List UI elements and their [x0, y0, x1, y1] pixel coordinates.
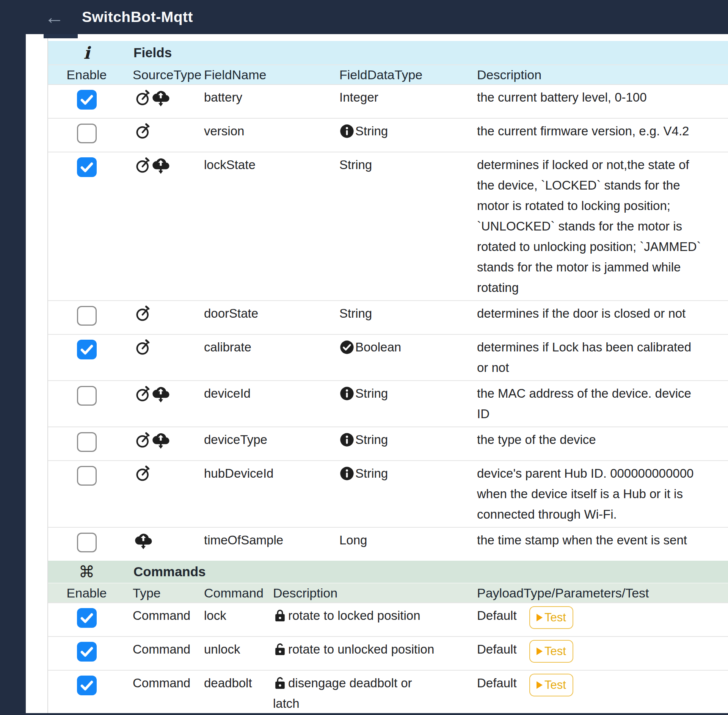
field-name: version — [190, 121, 326, 141]
play-icon — [537, 681, 543, 689]
command-name: lock — [201, 605, 273, 626]
field-name: doorState — [190, 303, 326, 324]
field-description: the time stamp when the event is sent — [466, 530, 728, 550]
enable-checkbox[interactable] — [77, 608, 97, 628]
enable-checkbox[interactable] — [77, 466, 97, 486]
enable-checkbox[interactable] — [77, 124, 97, 143]
commands-column-header: Enable Type Command Description PayloadT… — [48, 583, 728, 602]
field-name: calibrate — [190, 337, 326, 358]
command-type: Command — [125, 639, 201, 660]
field-row: calibrate Boolean determines if Lock has… — [48, 334, 728, 380]
back-arrow-icon[interactable]: ← — [41, 0, 67, 34]
source-type-icons — [135, 431, 190, 449]
col-enable: Enable — [48, 67, 125, 82]
col-field-name: FieldName — [190, 67, 326, 82]
enable-checkbox[interactable] — [77, 157, 97, 177]
command-row: Command lock rotate to locked position D… — [48, 602, 728, 636]
test-button[interactable]: Test — [529, 606, 573, 629]
command-name: unlock — [201, 639, 273, 660]
field-data-type: Boolean — [339, 337, 466, 358]
col-description: Description — [466, 64, 728, 85]
command-type: Command — [125, 673, 201, 693]
timer-icon — [135, 157, 151, 174]
commands-section-title: Commands — [125, 564, 206, 579]
field-row: doorState String determines if the door … — [48, 300, 728, 334]
field-name: deviceId — [190, 383, 326, 404]
field-description: the MAC address of the device. device ID — [466, 383, 728, 424]
play-icon — [537, 648, 543, 655]
fields-rows: battery Integer the current battery leve… — [48, 84, 728, 561]
source-type-icons — [135, 385, 190, 403]
field-data-type: String — [339, 383, 466, 404]
command-name: deadbolt — [201, 673, 273, 693]
lock-closed-icon — [273, 608, 287, 622]
enable-checkbox[interactable] — [77, 642, 97, 662]
enable-checkbox[interactable] — [77, 533, 97, 552]
source-type-icons — [135, 89, 190, 107]
timer-icon — [135, 89, 151, 106]
timer-icon — [135, 339, 151, 356]
field-data-type: String — [339, 463, 466, 484]
field-description: the current firmware version, e.g. V4.2 — [466, 121, 728, 141]
check-circle-icon — [339, 340, 355, 355]
payload-type: Default — [466, 605, 529, 626]
field-name: deviceType — [190, 430, 326, 450]
timer-icon — [135, 465, 151, 482]
info-icon — [339, 432, 355, 447]
field-name: hubDeviceId — [190, 463, 326, 484]
field-data-type: Long — [339, 530, 466, 550]
app-bar: ← SwitchBot-Mqtt — [0, 0, 728, 34]
field-row: battery Integer the current battery leve… — [48, 84, 728, 118]
check-icon — [79, 610, 95, 626]
check-icon — [79, 644, 95, 660]
enable-checkbox[interactable] — [77, 386, 97, 406]
field-description: device's parent Hub ID. 000000000000 whe… — [466, 463, 728, 525]
commands-section-header: ⌘ Commands — [48, 561, 728, 583]
test-button[interactable]: Test — [529, 640, 573, 663]
field-description: the type of the device — [466, 430, 728, 450]
source-type-icons — [135, 123, 190, 140]
command-icon: ⌘ — [48, 563, 125, 581]
field-data-type: String — [339, 430, 466, 450]
cloud-sync-icon — [152, 157, 169, 174]
col-type: Type — [125, 586, 201, 601]
lock-open-icon — [273, 642, 287, 656]
enable-checkbox[interactable] — [77, 90, 97, 110]
col-enable: Enable — [48, 586, 125, 601]
command-row: Command unlock rotate to unlocked positi… — [48, 636, 728, 670]
enable-checkbox[interactable] — [77, 340, 97, 359]
source-type-icons — [135, 532, 190, 549]
col-field-data-type: FieldDataType — [326, 67, 466, 82]
field-data-type: String — [339, 303, 466, 324]
col-payload: PayloadType/Parameters/Test — [466, 586, 529, 601]
info-icon — [339, 466, 355, 481]
field-row: timeOfSample Long the time stamp when th… — [48, 527, 728, 561]
play-icon — [537, 614, 543, 621]
info-icon — [339, 124, 355, 139]
app-title: SwitchBot-Mqtt — [82, 9, 193, 25]
timer-icon — [135, 123, 151, 140]
enable-checkbox[interactable] — [77, 676, 97, 695]
fields-section-header: i Fields — [48, 41, 728, 64]
table-area: i Fields Enable SourceType FieldName Fie… — [47, 34, 728, 713]
check-icon — [79, 342, 95, 358]
col-description: Description — [273, 583, 466, 603]
test-button[interactable]: Test — [529, 674, 573, 696]
field-description: determines if locked or not,the state of… — [466, 155, 728, 298]
field-row: deviceType String the type of the device — [48, 426, 728, 460]
command-description: rotate to unlocked position — [273, 639, 466, 660]
field-row: hubDeviceId String device's parent Hub I… — [48, 460, 728, 527]
col-source-type: SourceType — [125, 67, 190, 82]
field-row: deviceId String the MAC address of the d… — [48, 380, 728, 426]
field-name: timeOfSample — [190, 530, 326, 550]
field-row: version String the current firmware vers… — [48, 118, 728, 152]
cloud-sync-icon — [135, 532, 152, 549]
commands-rows: Command lock rotate to locked position D… — [48, 602, 728, 713]
enable-checkbox[interactable] — [77, 306, 97, 326]
check-icon — [79, 92, 95, 108]
check-icon — [79, 677, 95, 693]
field-name: battery — [190, 87, 326, 108]
field-description: the current battery level, 0-100 — [466, 87, 728, 108]
enable-checkbox[interactable] — [77, 432, 97, 452]
fields-column-header: Enable SourceType FieldName FieldDataTyp… — [48, 64, 728, 84]
